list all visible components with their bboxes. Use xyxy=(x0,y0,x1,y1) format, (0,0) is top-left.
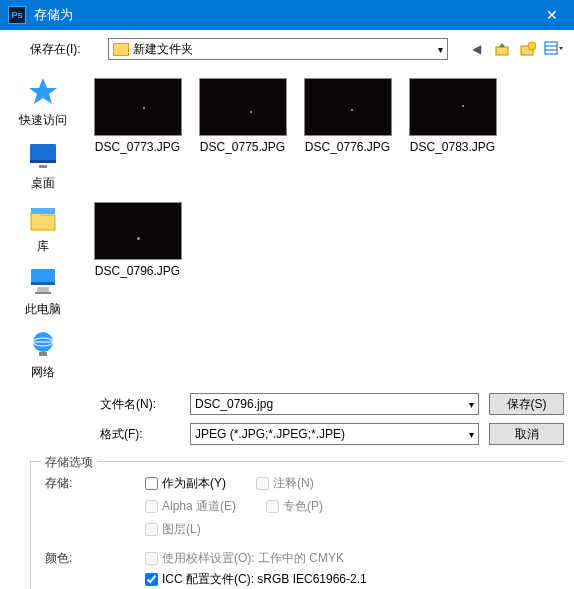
file-grid[interactable]: DSC_0773.JPG DSC_0775.JPG DSC_0776.JPG D… xyxy=(85,68,574,389)
nav-icons: ◀ xyxy=(466,39,564,59)
quickaccess-icon xyxy=(27,76,59,108)
file-name: DSC_0773.JPG xyxy=(95,140,180,154)
sidebar-item-label: 网络 xyxy=(31,364,55,381)
file-item[interactable]: DSC_0776.JPG xyxy=(300,78,395,154)
lookin-label: 保存在(I): xyxy=(30,41,100,58)
file-name: DSC_0783.JPG xyxy=(410,140,495,154)
location-dropdown[interactable]: 新建文件夹 ▾ xyxy=(108,38,448,60)
filename-label: 文件名(N): xyxy=(100,396,180,413)
desktop-icon xyxy=(27,139,59,171)
format-select[interactable]: JPEG (*.JPG;*.JPEG;*.JPE) ▾ xyxy=(190,423,479,445)
places-sidebar: 快速访问 桌面 库 此电脑 网络 xyxy=(0,68,85,389)
svg-point-2 xyxy=(528,42,536,50)
file-thumbnail xyxy=(94,202,182,260)
svg-rect-11 xyxy=(31,282,55,285)
filename-row: 文件名(N): DSC_0796.jpg ▾ 保存(S) xyxy=(0,389,574,419)
save-options-panel: 存储选项 存储: 作为副本(Y) 注释(N) Alpha 通道(E) 专色(P)… xyxy=(30,461,564,589)
file-thumbnail xyxy=(409,78,497,136)
format-row: 格式(F): JPEG (*.JPG;*.JPEG;*.JPE) ▾ 取消 xyxy=(0,419,574,449)
spot-checkbox: 专色(P) xyxy=(266,498,323,515)
sidebar-item-label: 快速访问 xyxy=(19,112,67,129)
sidebar-item-label: 桌面 xyxy=(31,175,55,192)
svg-rect-3 xyxy=(545,42,557,54)
new-folder-icon[interactable] xyxy=(518,39,538,59)
up-icon[interactable] xyxy=(492,39,512,59)
svg-rect-17 xyxy=(39,352,47,356)
sidebar-item-label: 此电脑 xyxy=(25,301,61,318)
svg-rect-7 xyxy=(30,160,56,163)
sidebar-item-quickaccess[interactable]: 快速访问 xyxy=(19,76,67,129)
thispc-icon xyxy=(27,265,59,297)
file-thumbnail xyxy=(94,78,182,136)
proof-checkbox: 使用校样设置(O): 工作中的 CMYK xyxy=(145,550,367,567)
annotations-checkbox: 注释(N) xyxy=(256,475,314,492)
svg-rect-13 xyxy=(35,292,51,294)
as-copy-checkbox[interactable]: 作为副本(Y) xyxy=(145,475,226,492)
file-item[interactable]: DSC_0775.JPG xyxy=(195,78,290,154)
svg-rect-12 xyxy=(37,287,49,292)
sidebar-item-label: 库 xyxy=(37,238,49,255)
file-item[interactable]: DSC_0783.JPG xyxy=(405,78,500,154)
alpha-checkbox: Alpha 通道(E) xyxy=(145,498,236,515)
sidebar-item-libraries[interactable]: 库 xyxy=(27,202,59,255)
file-item[interactable]: DSC_0773.JPG xyxy=(90,78,185,154)
sidebar-item-thispc[interactable]: 此电脑 xyxy=(25,265,61,318)
sidebar-item-desktop[interactable]: 桌面 xyxy=(27,139,59,192)
photoshop-icon: Ps xyxy=(8,6,26,24)
save-label: 存储: xyxy=(45,475,145,492)
icc-checkbox[interactable]: ICC 配置文件(C): sRGB IEC61966-2.1 xyxy=(145,571,367,588)
close-button[interactable]: ✕ xyxy=(529,0,574,30)
libraries-icon xyxy=(27,202,59,234)
layers-checkbox: 图层(L) xyxy=(145,521,201,538)
location-text: 新建文件夹 xyxy=(133,41,193,58)
sidebar-item-network[interactable]: 网络 xyxy=(27,328,59,381)
svg-rect-0 xyxy=(496,47,508,55)
options-title: 存储选项 xyxy=(41,454,97,471)
file-thumbnail xyxy=(199,78,287,136)
filename-value: DSC_0796.jpg xyxy=(195,397,273,411)
chevron-down-icon: ▾ xyxy=(438,44,443,55)
save-button[interactable]: 保存(S) xyxy=(489,393,564,415)
svg-rect-8 xyxy=(39,165,47,168)
chevron-down-icon[interactable]: ▾ xyxy=(469,429,474,440)
cancel-button[interactable]: 取消 xyxy=(489,423,564,445)
chevron-down-icon[interactable]: ▾ xyxy=(469,399,474,410)
svg-rect-6 xyxy=(30,144,56,162)
file-thumbnail xyxy=(304,78,392,136)
color-label: 颜色: xyxy=(45,550,145,567)
file-name: DSC_0775.JPG xyxy=(200,140,285,154)
file-name: DSC_0796.JPG xyxy=(95,264,180,278)
filename-input[interactable]: DSC_0796.jpg ▾ xyxy=(190,393,479,415)
main-area: 快速访问 桌面 库 此电脑 网络 DSC_0773.JPG DSC_0775.J… xyxy=(0,68,574,389)
view-menu-icon[interactable] xyxy=(544,39,564,59)
svg-rect-9 xyxy=(31,208,55,214)
lookin-row: 保存在(I): 新建文件夹 ▾ ◀ xyxy=(0,30,574,68)
network-icon xyxy=(27,328,59,360)
format-value: JPEG (*.JPG;*.JPEG;*.JPE) xyxy=(195,427,345,441)
window-title: 存储为 xyxy=(34,6,529,24)
file-name: DSC_0776.JPG xyxy=(305,140,390,154)
back-icon[interactable]: ◀ xyxy=(466,39,486,59)
folder-icon xyxy=(113,43,129,56)
format-label: 格式(F): xyxy=(100,426,180,443)
file-item[interactable]: DSC_0796.JPG xyxy=(90,202,185,278)
titlebar: Ps 存储为 ✕ xyxy=(0,0,574,30)
